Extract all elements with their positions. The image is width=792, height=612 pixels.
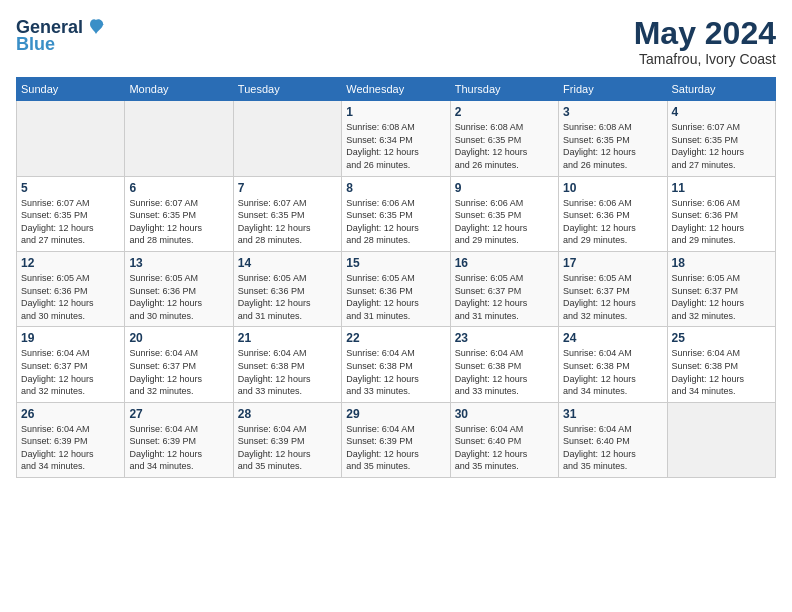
day-info: Sunrise: 6:08 AM Sunset: 6:34 PM Dayligh… <box>346 121 445 171</box>
day-number: 16 <box>455 256 554 270</box>
day-number: 13 <box>129 256 228 270</box>
day-number: 1 <box>346 105 445 119</box>
page: General Blue May 2024 Tamafrou, Ivory Co… <box>0 0 792 612</box>
day-cell: 15Sunrise: 6:05 AM Sunset: 6:36 PM Dayli… <box>342 251 450 326</box>
weekday-row: Sunday Monday Tuesday Wednesday Thursday… <box>17 78 776 101</box>
week-row-1: 5Sunrise: 6:07 AM Sunset: 6:35 PM Daylig… <box>17 176 776 251</box>
day-info: Sunrise: 6:07 AM Sunset: 6:35 PM Dayligh… <box>238 197 337 247</box>
day-cell: 14Sunrise: 6:05 AM Sunset: 6:36 PM Dayli… <box>233 251 341 326</box>
day-info: Sunrise: 6:04 AM Sunset: 6:40 PM Dayligh… <box>455 423 554 473</box>
week-row-2: 12Sunrise: 6:05 AM Sunset: 6:36 PM Dayli… <box>17 251 776 326</box>
day-number: 26 <box>21 407 120 421</box>
col-wednesday: Wednesday <box>342 78 450 101</box>
day-number: 20 <box>129 331 228 345</box>
day-info: Sunrise: 6:06 AM Sunset: 6:35 PM Dayligh… <box>455 197 554 247</box>
day-cell: 21Sunrise: 6:04 AM Sunset: 6:38 PM Dayli… <box>233 327 341 402</box>
calendar-header: Sunday Monday Tuesday Wednesday Thursday… <box>17 78 776 101</box>
day-info: Sunrise: 6:04 AM Sunset: 6:38 PM Dayligh… <box>563 347 662 397</box>
col-monday: Monday <box>125 78 233 101</box>
day-info: Sunrise: 6:07 AM Sunset: 6:35 PM Dayligh… <box>672 121 771 171</box>
calendar-title: May 2024 <box>634 16 776 51</box>
day-cell: 26Sunrise: 6:04 AM Sunset: 6:39 PM Dayli… <box>17 402 125 477</box>
day-cell: 18Sunrise: 6:05 AM Sunset: 6:37 PM Dayli… <box>667 251 775 326</box>
day-cell: 29Sunrise: 6:04 AM Sunset: 6:39 PM Dayli… <box>342 402 450 477</box>
day-number: 28 <box>238 407 337 421</box>
day-number: 31 <box>563 407 662 421</box>
day-cell: 10Sunrise: 6:06 AM Sunset: 6:36 PM Dayli… <box>559 176 667 251</box>
day-cell: 8Sunrise: 6:06 AM Sunset: 6:35 PM Daylig… <box>342 176 450 251</box>
day-number: 18 <box>672 256 771 270</box>
day-cell: 30Sunrise: 6:04 AM Sunset: 6:40 PM Dayli… <box>450 402 558 477</box>
day-info: Sunrise: 6:04 AM Sunset: 6:39 PM Dayligh… <box>346 423 445 473</box>
day-number: 27 <box>129 407 228 421</box>
day-cell: 4Sunrise: 6:07 AM Sunset: 6:35 PM Daylig… <box>667 101 775 176</box>
day-cell: 1Sunrise: 6:08 AM Sunset: 6:34 PM Daylig… <box>342 101 450 176</box>
day-info: Sunrise: 6:04 AM Sunset: 6:37 PM Dayligh… <box>129 347 228 397</box>
week-row-4: 26Sunrise: 6:04 AM Sunset: 6:39 PM Dayli… <box>17 402 776 477</box>
day-info: Sunrise: 6:06 AM Sunset: 6:35 PM Dayligh… <box>346 197 445 247</box>
day-cell: 17Sunrise: 6:05 AM Sunset: 6:37 PM Dayli… <box>559 251 667 326</box>
day-info: Sunrise: 6:05 AM Sunset: 6:37 PM Dayligh… <box>672 272 771 322</box>
day-cell: 12Sunrise: 6:05 AM Sunset: 6:36 PM Dayli… <box>17 251 125 326</box>
day-number: 2 <box>455 105 554 119</box>
calendar-subtitle: Tamafrou, Ivory Coast <box>634 51 776 67</box>
logo-bird-icon <box>85 16 107 38</box>
day-info: Sunrise: 6:05 AM Sunset: 6:36 PM Dayligh… <box>346 272 445 322</box>
day-info: Sunrise: 6:06 AM Sunset: 6:36 PM Dayligh… <box>672 197 771 247</box>
day-cell: 2Sunrise: 6:08 AM Sunset: 6:35 PM Daylig… <box>450 101 558 176</box>
day-number: 14 <box>238 256 337 270</box>
day-info: Sunrise: 6:04 AM Sunset: 6:39 PM Dayligh… <box>129 423 228 473</box>
day-cell: 28Sunrise: 6:04 AM Sunset: 6:39 PM Dayli… <box>233 402 341 477</box>
day-number: 3 <box>563 105 662 119</box>
day-cell <box>667 402 775 477</box>
day-info: Sunrise: 6:07 AM Sunset: 6:35 PM Dayligh… <box>129 197 228 247</box>
day-info: Sunrise: 6:07 AM Sunset: 6:35 PM Dayligh… <box>21 197 120 247</box>
day-info: Sunrise: 6:04 AM Sunset: 6:40 PM Dayligh… <box>563 423 662 473</box>
day-info: Sunrise: 6:04 AM Sunset: 6:38 PM Dayligh… <box>455 347 554 397</box>
day-info: Sunrise: 6:04 AM Sunset: 6:38 PM Dayligh… <box>238 347 337 397</box>
day-number: 22 <box>346 331 445 345</box>
day-number: 24 <box>563 331 662 345</box>
col-sunday: Sunday <box>17 78 125 101</box>
day-info: Sunrise: 6:08 AM Sunset: 6:35 PM Dayligh… <box>455 121 554 171</box>
day-cell: 25Sunrise: 6:04 AM Sunset: 6:38 PM Dayli… <box>667 327 775 402</box>
day-cell: 20Sunrise: 6:04 AM Sunset: 6:37 PM Dayli… <box>125 327 233 402</box>
day-cell: 19Sunrise: 6:04 AM Sunset: 6:37 PM Dayli… <box>17 327 125 402</box>
day-cell: 24Sunrise: 6:04 AM Sunset: 6:38 PM Dayli… <box>559 327 667 402</box>
day-cell: 13Sunrise: 6:05 AM Sunset: 6:36 PM Dayli… <box>125 251 233 326</box>
logo: General Blue <box>16 16 107 55</box>
day-number: 23 <box>455 331 554 345</box>
day-number: 11 <box>672 181 771 195</box>
day-info: Sunrise: 6:05 AM Sunset: 6:36 PM Dayligh… <box>21 272 120 322</box>
day-info: Sunrise: 6:04 AM Sunset: 6:37 PM Dayligh… <box>21 347 120 397</box>
day-cell: 11Sunrise: 6:06 AM Sunset: 6:36 PM Dayli… <box>667 176 775 251</box>
day-cell: 7Sunrise: 6:07 AM Sunset: 6:35 PM Daylig… <box>233 176 341 251</box>
day-cell <box>233 101 341 176</box>
day-number: 10 <box>563 181 662 195</box>
header: General Blue May 2024 Tamafrou, Ivory Co… <box>16 16 776 67</box>
day-number: 19 <box>21 331 120 345</box>
day-number: 8 <box>346 181 445 195</box>
day-cell: 5Sunrise: 6:07 AM Sunset: 6:35 PM Daylig… <box>17 176 125 251</box>
day-info: Sunrise: 6:06 AM Sunset: 6:36 PM Dayligh… <box>563 197 662 247</box>
day-info: Sunrise: 6:05 AM Sunset: 6:36 PM Dayligh… <box>129 272 228 322</box>
col-friday: Friday <box>559 78 667 101</box>
day-cell: 3Sunrise: 6:08 AM Sunset: 6:35 PM Daylig… <box>559 101 667 176</box>
week-row-0: 1Sunrise: 6:08 AM Sunset: 6:34 PM Daylig… <box>17 101 776 176</box>
day-info: Sunrise: 6:04 AM Sunset: 6:38 PM Dayligh… <box>672 347 771 397</box>
day-cell: 16Sunrise: 6:05 AM Sunset: 6:37 PM Dayli… <box>450 251 558 326</box>
day-number: 6 <box>129 181 228 195</box>
day-number: 7 <box>238 181 337 195</box>
day-number: 17 <box>563 256 662 270</box>
day-info: Sunrise: 6:04 AM Sunset: 6:39 PM Dayligh… <box>238 423 337 473</box>
day-number: 12 <box>21 256 120 270</box>
day-info: Sunrise: 6:05 AM Sunset: 6:37 PM Dayligh… <box>563 272 662 322</box>
day-cell: 27Sunrise: 6:04 AM Sunset: 6:39 PM Dayli… <box>125 402 233 477</box>
day-cell <box>17 101 125 176</box>
day-info: Sunrise: 6:05 AM Sunset: 6:37 PM Dayligh… <box>455 272 554 322</box>
week-row-3: 19Sunrise: 6:04 AM Sunset: 6:37 PM Dayli… <box>17 327 776 402</box>
day-number: 21 <box>238 331 337 345</box>
day-info: Sunrise: 6:04 AM Sunset: 6:39 PM Dayligh… <box>21 423 120 473</box>
day-number: 15 <box>346 256 445 270</box>
day-cell: 9Sunrise: 6:06 AM Sunset: 6:35 PM Daylig… <box>450 176 558 251</box>
